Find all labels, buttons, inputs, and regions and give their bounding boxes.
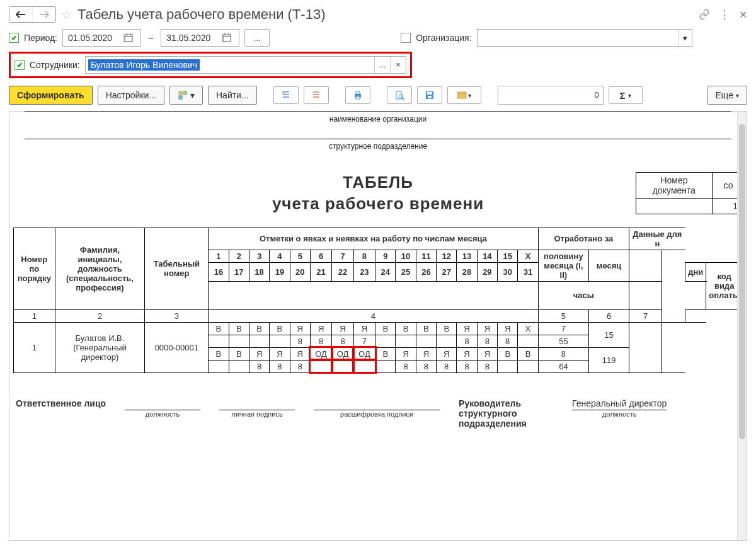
expand-all-button[interactable] [273, 86, 299, 104]
report-area: наименование организации структурное под… [9, 111, 747, 541]
print-button[interactable] [345, 86, 370, 104]
svg-line-16 [402, 98, 404, 100]
calendar-icon[interactable] [222, 33, 239, 42]
employee-filter-highlight: ✔ Сотрудники: Булатов Игорь Виленович ..… [9, 52, 412, 78]
preview-button[interactable] [387, 86, 412, 104]
employee-value: Булатов Игорь Виленович [88, 59, 200, 71]
vertical-scrollbar[interactable] [737, 112, 747, 540]
org-checkbox[interactable] [401, 33, 411, 43]
dept-caption: структурное подразделение [12, 139, 744, 153]
more-button[interactable]: Еще▾ [707, 86, 748, 105]
svg-rect-0 [125, 35, 132, 42]
svg-rect-18 [427, 92, 432, 95]
generate-button[interactable]: Сформировать [9, 86, 93, 105]
save-button[interactable] [417, 86, 442, 104]
period-checkbox[interactable]: ✔ [9, 33, 19, 43]
calendar-icon[interactable] [123, 33, 140, 42]
svg-rect-4 [223, 35, 231, 42]
settings-button[interactable]: Настройки... [98, 86, 164, 105]
star-icon[interactable]: ☆ [61, 7, 72, 22]
date-to-input[interactable]: 31.05.2020 [161, 29, 239, 47]
org-label: Организация: [416, 33, 471, 43]
period-label: Период: [24, 33, 57, 43]
dash: – [146, 33, 156, 43]
head-label: Руководитель структурного подразделения [459, 398, 553, 429]
employee-clear-button[interactable]: × [390, 57, 406, 73]
document-title: ТАБЕЛЬ учета рабочего времени [12, 172, 744, 215]
employee-label: Сотрудники: [30, 60, 80, 70]
employee-select-button[interactable]: ... [374, 57, 390, 73]
svg-rect-12 [356, 91, 360, 94]
menu-dots-icon[interactable]: ⋮ [719, 8, 730, 21]
svg-rect-14 [396, 91, 401, 99]
doc-number-box: Номер документасо 1 [636, 172, 744, 214]
svg-rect-13 [356, 96, 360, 99]
nav-back-forward[interactable] [9, 6, 56, 23]
employee-checkbox[interactable]: ✔ [14, 60, 25, 70]
link-icon[interactable] [699, 9, 710, 20]
org-input[interactable]: ▾ [477, 29, 692, 47]
responsible-label: Ответственное лицо [16, 398, 106, 408]
chevron-down-icon[interactable]: ▾ [679, 30, 692, 46]
collapse-all-button[interactable] [304, 86, 329, 104]
variants-button[interactable]: ▾ [169, 86, 203, 105]
svg-rect-19 [428, 96, 432, 98]
page-title: Табель учета рабочего времени (Т-13) [77, 6, 325, 23]
find-button[interactable]: Найти... [208, 86, 257, 105]
employee-input[interactable]: Булатов Игорь Виленович ... × [85, 56, 406, 74]
timesheet-table: Номер по порядку Фамилия, инициалы, долж… [13, 228, 743, 373]
period-more-button[interactable]: ... [244, 29, 270, 47]
back-button[interactable] [9, 7, 32, 22]
svg-rect-9 [183, 91, 186, 95]
sum-button[interactable]: Σ▾ [609, 86, 643, 104]
email-button[interactable]: ▾ [447, 86, 481, 104]
forward-button[interactable] [32, 7, 55, 22]
date-from-input[interactable]: 01.05.2020 [62, 29, 141, 47]
svg-rect-8 [179, 91, 182, 95]
svg-rect-10 [179, 96, 182, 99]
org-name-caption: наименование организации [12, 112, 744, 126]
close-icon[interactable]: ✕ [739, 9, 747, 21]
numeric-input[interactable]: 0 [498, 86, 604, 105]
